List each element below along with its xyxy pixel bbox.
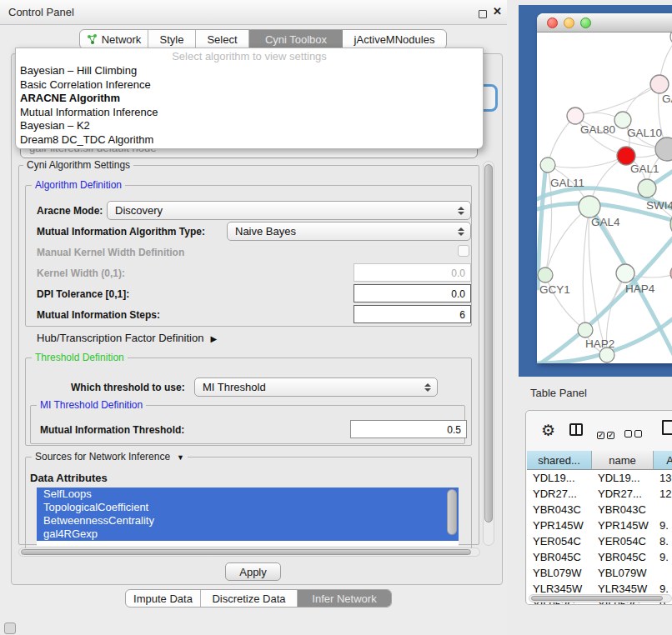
mi-threshold-field[interactable]: 0.5: [350, 420, 467, 438]
control-panel-tab-bar: NetworkStyleSelectCyni ToolboxjActiveMNo…: [79, 29, 447, 49]
attribute-list-item[interactable]: BetweennessCentrality: [37, 514, 459, 528]
table-row[interactable]: YBL079WYBL079W: [527, 565, 672, 581]
network-node[interactable]: [655, 138, 672, 161]
table-row[interactable]: YPR145WYPR145W9.: [527, 518, 672, 533]
dock-panel-icon[interactable]: [4, 622, 16, 634]
attribute-list-item[interactable]: TopologicalCoefficient: [37, 501, 459, 514]
table-hscroll-thumb[interactable]: [531, 596, 663, 601]
table-cell: YBR043C: [592, 502, 654, 518]
close-icon[interactable]: ✕: [493, 5, 502, 18]
settings-hscroll-thumb[interactable]: [21, 549, 471, 555]
kernel-width-field[interactable]: 0.0: [354, 263, 471, 282]
table-row[interactable]: YDL19...YDL19...13: [527, 470, 672, 486]
attribute-list-item[interactable]: SelfLoops: [37, 488, 459, 501]
network-node-gcy1[interactable]: [538, 268, 553, 282]
mi-type-combobox[interactable]: Naive Bayes: [227, 222, 471, 241]
popup-item[interactable]: Basic Correlation Inference: [16, 78, 483, 92]
table-cell: YPR145W: [592, 518, 654, 533]
attribute-list-scrollbar[interactable]: [447, 489, 457, 535]
which-threshold-combobox[interactable]: MI Threshold: [194, 378, 438, 397]
tab-network[interactable]: Network: [80, 30, 148, 48]
expander-expanded-icon[interactable]: ▼: [177, 453, 184, 462]
settings-vertical-scrollbar[interactable]: [483, 161, 494, 546]
split-columns-icon[interactable]: [569, 423, 583, 436]
table-cell: 8.: [654, 533, 672, 549]
export-table-icon[interactable]: [662, 420, 672, 435]
network-node-hap2[interactable]: [578, 322, 593, 338]
footer-tab-infer-network[interactable]: Infer Network: [298, 590, 391, 607]
network-edge: [575, 84, 659, 116]
apply-button[interactable]: Apply: [225, 562, 281, 581]
network-node-gal[interactable]: [650, 75, 669, 93]
sources-title-row[interactable]: Sources for Network Inference▼: [32, 451, 188, 462]
deselect-all-rows-icon[interactable]: [624, 426, 644, 441]
table-cell: YBR045C: [592, 549, 654, 565]
network-node-label: GAL11: [550, 177, 584, 189]
network-edge: [548, 156, 626, 168]
manual-kernel-checkbox[interactable]: [458, 245, 469, 257]
table-row[interactable]: YBR043CYBR043C: [527, 502, 672, 518]
threshold-definition-title: Threshold Definition: [32, 352, 128, 363]
table-row[interactable]: YDR27...YDR27...12: [527, 486, 672, 502]
close-traffic-light-icon[interactable]: [547, 18, 558, 28]
attribute-list-item[interactable]: gal4RGexp: [37, 528, 459, 541]
table-panel: ⚙ shared...nameA YDL19...YDL19...13YDR27…: [525, 410, 672, 605]
settings-scroll-viewport: Cyni Algorithm Settings Algorithm Defini…: [17, 158, 481, 548]
settings-vscroll-thumb[interactable]: [484, 164, 493, 522]
network-canvas[interactable]: GALGAL80GAL10GAL1GAL11SWI4GAL4GCY1HAP4YH…: [537, 32, 672, 363]
network-node-gal11[interactable]: [540, 158, 555, 172]
mi-type-value: Naive Bayes: [228, 225, 454, 238]
zoom-traffic-light-icon[interactable]: [580, 18, 591, 28]
network-window-titlebar[interactable]: [537, 13, 672, 32]
footer-tab-discretize-data[interactable]: Discretize Data: [201, 590, 298, 607]
tab-select[interactable]: Select: [196, 30, 249, 48]
network-node-gal10[interactable]: [614, 112, 631, 128]
aracne-mode-combobox[interactable]: Discovery: [107, 201, 471, 220]
mi-steps-field[interactable]: 6: [354, 305, 471, 323]
data-attributes-list[interactable]: SelfLoopsTopologicalCoefficientBetweenne…: [37, 488, 459, 546]
dpi-tolerance-field[interactable]: 0.0: [354, 284, 471, 302]
table-cell: YDR27...: [527, 486, 592, 502]
algorithm-select-popup: Select algorithm to view settings Bayesi…: [15, 48, 484, 149]
minimize-traffic-light-icon[interactable]: [564, 18, 574, 28]
hub-tf-definition-row[interactable]: Hub/Transcription Factor Definition▶: [37, 332, 217, 344]
tab-cyni-toolbox[interactable]: Cyni Toolbox: [249, 30, 343, 48]
popup-placeholder[interactable]: Select algorithm to view settings: [16, 50, 483, 64]
table-cell: 9.: [654, 549, 672, 565]
network-node-swi4[interactable]: [638, 179, 656, 198]
tab-style[interactable]: Style: [148, 30, 196, 48]
tab-label: jActiveMNodules: [354, 33, 435, 46]
popup-item[interactable]: Bayesian – Hill Climbing: [16, 64, 483, 78]
table-row[interactable]: YBR045CYBR045C9.: [527, 549, 672, 565]
table-horizontal-scrollbar[interactable]: [529, 594, 672, 602]
table-cell: YBR045C: [527, 549, 592, 565]
table-cell: YER054C: [592, 533, 654, 549]
popup-item[interactable]: Dream8 DC_TDC Algorithm: [16, 133, 483, 148]
table-column-header[interactable]: name: [592, 451, 654, 470]
gear-icon[interactable]: ⚙: [541, 421, 555, 440]
settings-horizontal-scrollbar[interactable]: [18, 548, 480, 557]
network-view-window[interactable]: GALGAL80GAL10GAL1GAL11SWI4GAL4GCY1HAP4YH…: [537, 13, 672, 363]
table-cell: [654, 565, 672, 581]
table-cell: YBL079W: [592, 565, 654, 581]
network-node-gal4[interactable]: [579, 196, 600, 218]
popup-item[interactable]: Mutual Information Inference: [16, 106, 483, 120]
select-all-rows-icon[interactable]: [597, 426, 617, 441]
which-threshold-value: MI Threshold: [195, 381, 420, 393]
tab-jactivemnodules[interactable]: jActiveMNodules: [343, 30, 446, 48]
table-column-header[interactable]: shared...: [527, 451, 592, 470]
table-cell: 13: [654, 470, 672, 486]
network-node-label: GAL1: [630, 162, 659, 175]
float-window-icon[interactable]: [479, 10, 487, 18]
table-row[interactable]: YER054CYER054C8.: [527, 533, 672, 549]
table-column-header[interactable]: A: [654, 451, 672, 470]
kernel-width-label: Kernel Width (0,1):: [37, 268, 125, 279]
footer-tab-impute-data[interactable]: Impute Data: [126, 590, 201, 607]
network-node-hap4[interactable]: [616, 264, 634, 282]
aracne-mode-label: Aracne Mode:: [37, 205, 103, 217]
expander-collapsed-icon[interactable]: ▶: [210, 334, 217, 343]
popup-item[interactable]: ARACNE Algorithm: [16, 92, 483, 106]
network-node-label: GCY1: [539, 283, 570, 296]
popup-item[interactable]: Bayesian – K2: [16, 119, 483, 133]
network-node-gal80[interactable]: [567, 108, 584, 124]
